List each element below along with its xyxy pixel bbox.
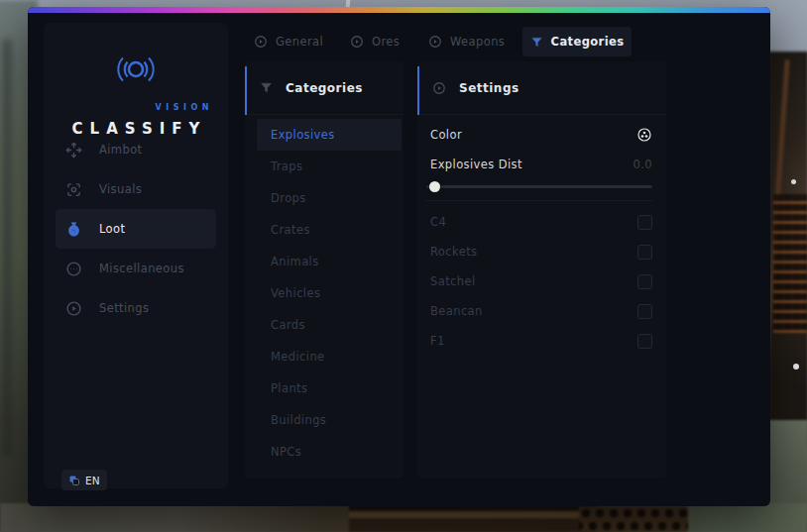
category-item-medicine[interactable]: Medicine xyxy=(257,341,402,372)
globe-dots-icon xyxy=(65,261,82,277)
category-item-npcs[interactable]: NPCs xyxy=(257,436,402,468)
explosives-dist-slider[interactable] xyxy=(426,181,652,192)
slider-track xyxy=(426,185,652,188)
checkbox-row-f1[interactable]: F1 xyxy=(430,326,652,356)
color-row: Color xyxy=(430,119,652,151)
filter-icon xyxy=(530,36,543,49)
background-pipes xyxy=(349,504,597,532)
background-honeycomb xyxy=(579,506,688,532)
language-button[interactable]: EN xyxy=(61,470,107,490)
tab-weapons[interactable]: Weapons xyxy=(428,27,505,56)
blue-accent-line xyxy=(245,66,247,115)
checkbox-label: C4 xyxy=(430,215,446,229)
checkbox-row-rockets[interactable]: Rockets xyxy=(430,237,652,266)
explosives-dist-value: 0.0 xyxy=(634,158,653,171)
rockets-checkbox[interactable] xyxy=(637,245,652,260)
beancan-checkbox[interactable] xyxy=(637,304,652,319)
crosshair-icon xyxy=(65,142,82,159)
categories-panel: Categories Explosives Traps Drops Crates… xyxy=(245,61,404,479)
categories-panel-header: Categories xyxy=(245,61,404,115)
sidebar-item-miscellaneous[interactable]: Miscellaneous xyxy=(56,249,216,288)
f1-checkbox[interactable] xyxy=(637,334,652,349)
circle-play-icon xyxy=(350,35,364,49)
panel-title: Categories xyxy=(286,81,363,95)
eye-scan-icon xyxy=(65,181,82,198)
sidebar-item-label: Loot xyxy=(99,222,125,236)
tab-ores[interactable]: Ores xyxy=(350,27,400,56)
particle-dot xyxy=(791,179,796,184)
checkbox-label: F1 xyxy=(430,334,445,348)
sidebar-item-aimbot[interactable]: Aimbot xyxy=(56,130,216,169)
sidebar-item-label: Settings xyxy=(99,301,149,315)
checkbox-row-satchel[interactable]: Satchel xyxy=(430,266,652,296)
tab-categories[interactable]: Categories xyxy=(522,27,632,56)
checkbox-label: Beancan xyxy=(430,304,483,318)
category-item-animals[interactable]: Animals xyxy=(257,246,402,277)
panel-title: Settings xyxy=(459,81,519,95)
category-item-crates[interactable]: Crates xyxy=(257,214,402,246)
sidebar-item-visuals[interactable]: Visuals xyxy=(56,169,216,209)
blue-accent-line xyxy=(417,66,419,115)
category-list: Explosives Traps Drops Crates Animals Ve… xyxy=(245,119,404,468)
category-item-cards[interactable]: Cards xyxy=(257,309,402,341)
checkbox-row-beancan[interactable]: Beancan xyxy=(430,296,652,326)
tab-general[interactable]: General xyxy=(254,27,323,56)
money-bag-icon: $ xyxy=(65,221,82,238)
category-item-explosives[interactable]: Explosives xyxy=(257,119,402,151)
svg-text:$: $ xyxy=(71,226,76,235)
divider xyxy=(426,200,652,201)
c4-checkbox[interactable] xyxy=(637,215,652,230)
sidebar-item-loot[interactable]: $ Loot xyxy=(56,209,216,249)
circle-play-icon xyxy=(432,81,446,95)
checkbox-label: Satchel xyxy=(430,274,476,288)
sidebar-item-settings[interactable]: Settings xyxy=(56,288,216,328)
checkbox-row-c4[interactable]: C4 xyxy=(430,207,652,237)
circle-play-icon xyxy=(65,300,82,317)
vision-circles-icon xyxy=(44,49,228,90)
sidebar-item-label: Miscellaneous xyxy=(99,262,184,275)
settings-panel-header: Settings xyxy=(417,61,666,115)
tab-label: Categories xyxy=(551,35,625,49)
rainbow-accent-bar xyxy=(28,7,770,13)
explosives-dist-slider-thumb[interactable] xyxy=(429,181,440,192)
sidebar-item-label: Aimbot xyxy=(99,143,143,157)
explosives-dist-label: Explosives Dist xyxy=(430,158,522,171)
category-item-plants[interactable]: Plants xyxy=(257,372,402,404)
category-item-traps[interactable]: Traps xyxy=(257,151,402,182)
background-tree-trunk xyxy=(2,40,12,456)
sidebar: VISION CLASSIFY Aimbot xyxy=(44,23,228,488)
filter-icon xyxy=(260,81,273,94)
sidebar-menu: Aimbot Visuals $ xyxy=(56,130,216,328)
satchel-checkbox[interactable] xyxy=(637,274,652,289)
checkbox-label: Rockets xyxy=(430,245,477,259)
translate-icon xyxy=(68,475,80,486)
sidebar-item-label: Visuals xyxy=(99,182,142,196)
background-rust-lattice xyxy=(773,194,807,333)
color-label: Color xyxy=(430,128,462,142)
checkbox-list: C4 Rockets Satchel Beancan F1 xyxy=(417,207,666,356)
brand-vision-text: VISION xyxy=(156,103,213,112)
category-item-drops[interactable]: Drops xyxy=(257,182,402,214)
menu-window: VISION CLASSIFY Aimbot xyxy=(28,7,770,506)
explosives-dist-row: Explosives Dist 0.0 xyxy=(430,151,652,178)
particle-dot xyxy=(793,364,799,370)
circle-play-icon xyxy=(254,35,268,49)
category-item-buildings[interactable]: Buildings xyxy=(257,404,402,436)
settings-panel: Settings Color Explosives Dist 0.0 C4 xyxy=(417,61,666,479)
tab-label: General xyxy=(276,35,323,49)
category-item-vehicles[interactable]: Vehicles xyxy=(257,277,402,309)
color-wheel-icon[interactable] xyxy=(636,127,652,143)
language-label: EN xyxy=(85,475,100,486)
circle-play-icon xyxy=(428,35,442,49)
tab-label: Weapons xyxy=(450,35,505,49)
tab-label: Ores xyxy=(372,35,400,49)
